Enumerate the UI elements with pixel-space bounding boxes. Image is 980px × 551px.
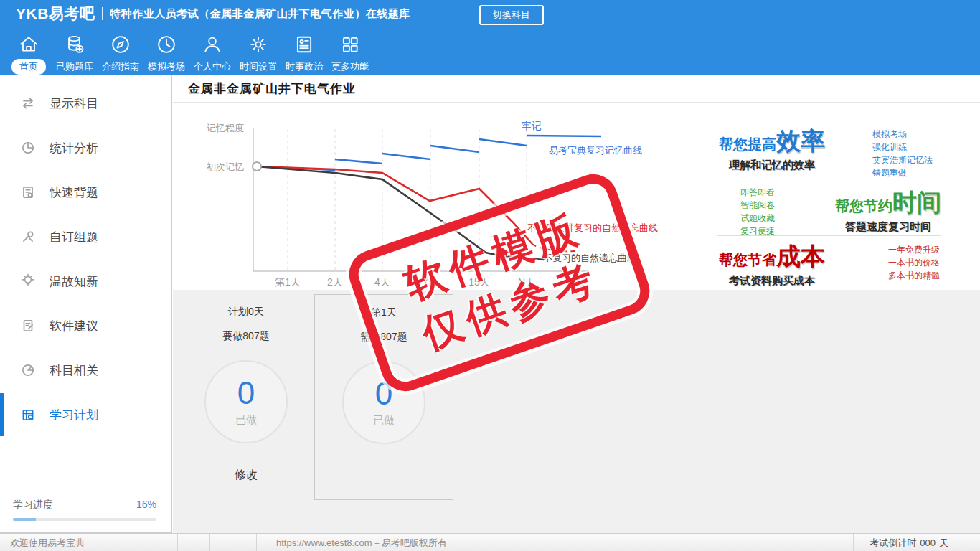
sidebar-item-label: 科目相关 <box>50 362 98 379</box>
nav-label: 首页 <box>11 59 46 75</box>
benefit-cost-row: 帮您节省成本 考试资料购买成本 一年免费升级 一本书的价格 多本书的精髓 <box>717 235 941 286</box>
heading-big: 时间 <box>892 189 941 216</box>
benefit-list-item: 一本书的价格 <box>888 256 940 269</box>
benefit-efficiency-row: 帮您提高效率 理解和记忆的效率 模拟考场 强化训练 艾宾浩斯记忆法 错题重做 <box>717 122 941 179</box>
statusbar-divider <box>209 534 210 551</box>
app-logo: YKB易考吧 <box>16 4 95 24</box>
newspaper-icon <box>293 33 316 56</box>
sidebar-item-label: 学习计划 <box>50 407 98 423</box>
benefit-list-item: 即答即看 <box>740 186 775 199</box>
nav-label: 时事政治 <box>278 59 331 75</box>
benefit-list-item: 错题重做 <box>872 166 933 179</box>
top-bar: YKB易考吧 特种作业人员考试（金属非金属矿山井下电气作业）在线题库 切换科目 <box>0 0 980 27</box>
page-title: 金属非金属矿山井下电气作业 <box>173 75 980 102</box>
benefit-list-item: 模拟考场 <box>872 128 933 141</box>
benefit-time-row: 即答即看 智能阅卷 试题收藏 复习便捷 帮您节约时间 答题速度复习时间 <box>717 179 941 235</box>
nav-item-home[interactable]: 首页 <box>6 33 52 75</box>
benefit-list-item: 多本书的精髓 <box>888 269 940 282</box>
home-icon <box>17 33 40 56</box>
nav-label: 模拟考场 <box>140 59 193 75</box>
welcome-text: 欢迎使用易考宝典 <box>10 537 85 550</box>
nav-label: 更多功能 <box>324 59 377 75</box>
exam-countdown: 考试倒计时000天 <box>866 537 948 550</box>
sidebar-item-label: 温故知新 <box>50 273 98 290</box>
chart-segment-icon <box>20 362 36 378</box>
countdown-value: 000 <box>920 537 936 548</box>
benefit-cost-heading: 帮您节省成本 考试资料购买成本 <box>719 240 825 288</box>
study-plan-icon <box>20 407 36 423</box>
sidebar-item-label: 显示科目 <box>50 95 98 112</box>
heading-sub: 答题速度复习时间 <box>835 220 941 234</box>
nav-item-mock-exam[interactable]: 模拟考场 <box>143 33 189 75</box>
heading-sub: 考试资料购买成本 <box>719 274 825 288</box>
study-progress: 学习进度 16% <box>13 499 156 521</box>
sidebar-item-study-plan[interactable]: 学习计划 <box>0 392 171 437</box>
plan-card-overview: 计划0天 要做807题 0 已做 修改 <box>182 294 311 483</box>
progress-bar <box>13 518 156 521</box>
tools-icon <box>20 229 36 245</box>
sidebar: 显示科目 统计分析 快速背题 自订组题 温故知新 软件建议 科目相关 学习计划 … <box>0 75 172 533</box>
document-edit-icon <box>20 318 36 334</box>
done-count-ring: 0 已做 <box>204 360 288 443</box>
page-title-bar: 金属非金属矿山井下电气作业 <box>173 75 980 103</box>
nav-item-current-affairs[interactable]: 时事政治 <box>281 33 327 75</box>
sidebar-item-display-subject[interactable]: 显示科目 <box>0 81 171 126</box>
heading-prefix: 帮您节约 <box>835 198 892 214</box>
logo-divider <box>102 7 103 20</box>
nav-label: 时间设置 <box>232 59 285 75</box>
nav-item-personal-center[interactable]: 个人中心 <box>189 33 235 75</box>
plateau-label: 牢记 <box>522 120 542 131</box>
nav-item-purchased-banks[interactable]: 已购题库 <box>52 33 98 75</box>
sidebar-item-label: 自订组题 <box>50 229 98 245</box>
database-plus-icon <box>63 33 86 56</box>
x-tick: 2天 <box>327 276 343 288</box>
modify-plan-link[interactable]: 修改 <box>235 468 258 483</box>
sidebar-item-review-old[interactable]: 温故知新 <box>0 259 171 303</box>
nav-label: 个人中心 <box>186 59 239 75</box>
compass-icon <box>109 33 132 56</box>
sidebar-item-quick-memorize[interactable]: 快速背题 <box>0 170 171 215</box>
statusbar-divider <box>177 534 178 551</box>
nav-item-guide[interactable]: 介绍指南 <box>98 33 143 75</box>
progress-label: 学习进度 <box>13 499 53 512</box>
main-toolbar: 首页 已购题库 介绍指南 模拟考场 个人中心 时间设置 时事政治 更多功能 <box>6 33 373 75</box>
nav-item-more-features[interactable]: 更多功能 <box>327 33 373 75</box>
sidebar-item-subject-related[interactable]: 科目相关 <box>0 348 171 392</box>
benefit-list-item: 一年免费升级 <box>888 243 940 256</box>
gear-icon <box>247 33 270 56</box>
countdown-unit: 天 <box>939 537 948 548</box>
nav-label: 已购题库 <box>48 59 101 75</box>
benefits-panel: 帮您提高效率 理解和记忆的效率 模拟考场 强化训练 艾宾浩斯记忆法 错题重做 即… <box>717 122 941 286</box>
benefit-time-heading: 帮您节约时间 答题速度复习时间 <box>835 187 941 234</box>
nav-label: 介绍指南 <box>94 59 147 75</box>
done-count: 0 <box>237 377 255 409</box>
heading-prefix: 帮您提高 <box>719 136 776 152</box>
initial-memory-label: 初次记忆 <box>207 161 244 172</box>
heading-big: 效率 <box>776 127 825 154</box>
heading-prefix: 帮您节省 <box>719 252 776 268</box>
progress-value: 16% <box>136 499 156 512</box>
progress-bar-fill <box>13 518 36 521</box>
statusbar-divider <box>256 534 257 551</box>
app-title: 特种作业人员考试（金属非金属矿山井下电气作业）在线题库 <box>110 7 410 21</box>
sidebar-item-label: 软件建议 <box>50 318 98 334</box>
y-axis-label: 记忆程度 <box>207 123 244 133</box>
statusbar-divider <box>853 534 854 551</box>
status-bar: 欢迎使用易考宝典 https://www.etest8.com－易考吧版权所有 … <box>0 533 980 551</box>
done-label: 已做 <box>235 413 257 427</box>
plan-total-questions: 要做807题 <box>182 330 311 343</box>
sidebar-item-custom-quiz[interactable]: 自订组题 <box>0 215 171 259</box>
clock-icon <box>155 33 178 56</box>
done-label: 已做 <box>373 414 395 428</box>
x-tick: 第1天 <box>275 276 301 288</box>
benefit-list-item: 强化训练 <box>872 141 933 154</box>
benefit-list-item: 试题收藏 <box>740 212 775 225</box>
sidebar-item-label: 统计分析 <box>50 140 98 156</box>
nav-item-time-settings[interactable]: 时间设置 <box>235 33 281 75</box>
heading-big: 成本 <box>776 242 825 270</box>
sidebar-item-software-feedback[interactable]: 软件建议 <box>0 303 171 348</box>
sidebar-item-statistics[interactable]: 统计分析 <box>0 126 171 170</box>
benefit-list-item: 智能阅卷 <box>740 199 775 212</box>
notebook-icon <box>20 184 36 200</box>
switch-subject-button[interactable]: 切换科目 <box>479 5 544 25</box>
